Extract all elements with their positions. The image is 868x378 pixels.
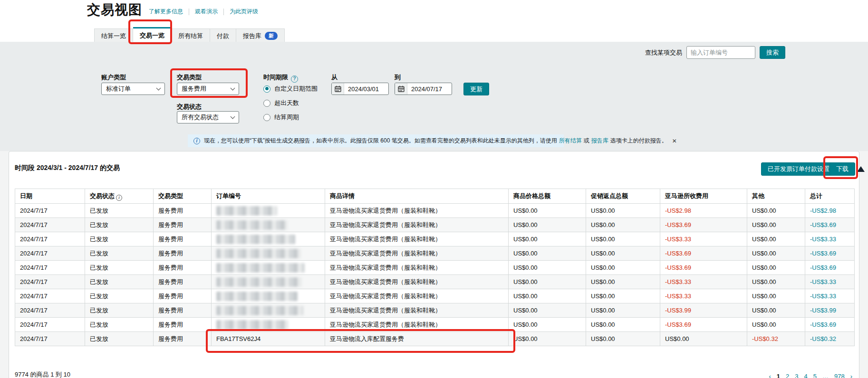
cell-date: 2024/7/17 bbox=[15, 246, 85, 261]
account-type-select[interactable]: 标准订单 bbox=[101, 83, 165, 95]
date-to-field[interactable]: 2024/07/17 bbox=[395, 83, 452, 95]
search-label: 查找某项交易 bbox=[645, 48, 682, 57]
pagination: ‹12345…978› bbox=[769, 373, 852, 378]
header-link-learn-more[interactable]: 了解更多信息 bbox=[149, 8, 183, 16]
cell-order bbox=[212, 218, 325, 232]
column-header-label: 订单编号 bbox=[216, 192, 241, 199]
column-header-other: 其他 bbox=[747, 189, 805, 204]
cell-promo_total: US$0.00 bbox=[586, 204, 660, 218]
info-icon[interactable]: i bbox=[116, 195, 122, 201]
order-search-input[interactable] bbox=[686, 46, 755, 59]
pagination-next[interactable]: › bbox=[850, 373, 852, 378]
column-header-date: 日期 bbox=[15, 189, 85, 204]
search-button[interactable]: 搜索 bbox=[760, 46, 785, 59]
transaction-status-select[interactable]: 所有交易状态 bbox=[177, 111, 239, 123]
info-icon: i bbox=[193, 138, 200, 144]
cell-other: US$0.00 bbox=[747, 246, 805, 261]
banner-link-report-library[interactable]: 报告库 bbox=[591, 137, 608, 144]
table-row-2: 2024/7/17已发放服务费用亚马逊物流买家退货费用（服装和鞋靴）US$0.0… bbox=[15, 218, 855, 232]
cell-date: 2024/7/17 bbox=[15, 318, 85, 332]
cell-price_total: US$0.00 bbox=[509, 289, 586, 303]
cell-details: 亚马逊物流买家退货费用（服装和鞋靴） bbox=[325, 232, 509, 246]
transaction-type-value: 服务费用 bbox=[182, 85, 206, 93]
pagination-page-2[interactable]: 2 bbox=[786, 373, 789, 378]
collapse-triangle-icon[interactable] bbox=[857, 166, 865, 172]
pagination-page-1[interactable]: 1 bbox=[777, 373, 780, 378]
tab-report-library[interactable]: 报告库新 bbox=[236, 28, 285, 43]
banner-text-before: 现在，您可以使用“下载”按钮生成交易报告，如表中所示。此报告仅限 600 笔交易… bbox=[204, 137, 557, 144]
pagination-page-5[interactable]: 5 bbox=[813, 373, 817, 378]
radio-option-days-past[interactable]: 超出天数 bbox=[263, 99, 318, 107]
pagination-ellipsis: … bbox=[822, 373, 829, 378]
table-row-4: 2024/7/17已发放服务费用亚马逊物流买家退货费用（服装和鞋靴）US$0.0… bbox=[15, 246, 855, 261]
header-link-rate-page[interactable]: 为此页评级 bbox=[230, 8, 258, 16]
tab-all-settlements[interactable]: 所有结算 bbox=[172, 28, 210, 43]
column-header-label: 日期 bbox=[20, 192, 32, 199]
cell-amazon_fees: -US$3.99 bbox=[660, 303, 747, 318]
date-from-label: 从 bbox=[331, 73, 338, 82]
cell-order bbox=[212, 303, 325, 318]
cell-promo_total: US$0.00 bbox=[586, 318, 660, 332]
cell-order: FBA17TSV62J4 bbox=[212, 332, 325, 346]
table-body: 2024/7/17已发放服务费用亚马逊物流买家退货费用（服装和鞋靴）US$0.0… bbox=[15, 204, 855, 346]
transaction-type-label: 交易类型 bbox=[177, 73, 202, 82]
cell-promo_total: US$0.00 bbox=[586, 232, 660, 246]
tab-payments[interactable]: 付款 bbox=[210, 28, 236, 43]
banner-text-or: 或 bbox=[584, 137, 589, 144]
cell-order bbox=[212, 318, 325, 332]
cell-type: 服务费用 bbox=[154, 289, 212, 303]
pagination-prev[interactable]: ‹ bbox=[769, 373, 771, 378]
cell-other: US$0.00 bbox=[747, 303, 805, 318]
column-header-price_total: 商品价格总额 bbox=[509, 189, 586, 204]
cell-date: 2024/7/17 bbox=[15, 232, 85, 246]
page: 交易视图 了解更多信息观看演示为此页评级 结算一览交易一览所有结算付款报告库新 … bbox=[0, 0, 868, 378]
date-to-value: 2024/07/17 bbox=[407, 85, 442, 93]
close-icon[interactable]: ✕ bbox=[671, 138, 678, 144]
column-header-label: 其他 bbox=[752, 192, 764, 199]
cell-total: -US$3.69 bbox=[805, 246, 855, 261]
update-button[interactable]: 更新 bbox=[463, 83, 489, 95]
pagination-page-978[interactable]: 978 bbox=[834, 373, 845, 378]
download-button[interactable]: 下载 bbox=[829, 162, 855, 176]
tab-transaction-list[interactable]: 交易一览 bbox=[133, 27, 172, 43]
help-icon[interactable]: ? bbox=[291, 76, 298, 83]
radio-option-settlement-period[interactable]: 结算周期 bbox=[263, 113, 318, 122]
tab-label: 报告库 bbox=[243, 32, 261, 40]
info-banner: i 现在，您可以使用“下载”按钮生成交易报告，如表中所示。此报告仅限 600 笔… bbox=[188, 134, 564, 147]
title-row: 交易视图 了解更多信息观看演示为此页评级 bbox=[87, 1, 258, 19]
cell-type: 服务费用 bbox=[154, 275, 212, 289]
cell-order bbox=[212, 246, 325, 261]
radio-option-custom-date-range[interactable]: 自定义日期范围 bbox=[263, 85, 318, 93]
cell-date: 2024/7/17 bbox=[15, 303, 85, 318]
banner-text-after: 选项卡上的付款报告。 bbox=[610, 137, 667, 144]
cell-details: 亚马逊物流买家退货费用（服装和鞋靴） bbox=[325, 261, 509, 275]
cell-price_total: US$0.00 bbox=[509, 218, 586, 232]
header-links: 了解更多信息观看演示为此页评级 bbox=[149, 8, 258, 19]
time-period-label: 时间期限? bbox=[263, 73, 298, 83]
chevron-down-icon bbox=[231, 114, 235, 119]
cell-details: 亚马逊物流买家退货费用（服装和鞋靴） bbox=[325, 204, 509, 218]
tab-settlement-overview[interactable]: 结算一览 bbox=[94, 28, 133, 43]
header-link-watch-demo[interactable]: 观看演示 bbox=[195, 8, 218, 16]
pagination-page-3[interactable]: 3 bbox=[795, 373, 798, 378]
redacted-order-number bbox=[216, 220, 288, 230]
period-title: 时间段 2024/3/1 - 2024/7/17 的交易 bbox=[15, 164, 120, 172]
page-title: 交易视图 bbox=[87, 1, 142, 19]
new-badge: 新 bbox=[265, 32, 278, 40]
cell-promo_total: US$0.00 bbox=[586, 275, 660, 289]
cell-price_total: US$0.00 bbox=[509, 318, 586, 332]
transaction-type-select[interactable]: 服务费用 bbox=[177, 83, 239, 95]
cell-price_total: US$0.00 bbox=[509, 275, 586, 289]
date-from-field[interactable]: 2024/03/01 bbox=[331, 83, 389, 95]
cell-order bbox=[212, 204, 325, 218]
cell-status: 已发放 bbox=[85, 261, 154, 275]
cell-total: -US$2.98 bbox=[805, 204, 855, 218]
invoiced-orders-settings-button[interactable]: 已开发票订单付款设置 bbox=[761, 162, 836, 176]
column-header-total: 总计 bbox=[805, 189, 855, 204]
pagination-page-4[interactable]: 4 bbox=[804, 373, 807, 378]
items-count-text: 9774 的商品 1 到 10 bbox=[15, 370, 70, 378]
banner-link-all-settlements[interactable]: 所有结算 bbox=[559, 137, 582, 144]
cell-amazon_fees: -US$3.69 bbox=[660, 318, 747, 332]
cell-total: -US$3.99 bbox=[805, 303, 855, 318]
table-row-10: 2024/7/17已发放服务费用FBA17TSV62J4亚马逊物流入库配置服务费… bbox=[15, 332, 855, 346]
